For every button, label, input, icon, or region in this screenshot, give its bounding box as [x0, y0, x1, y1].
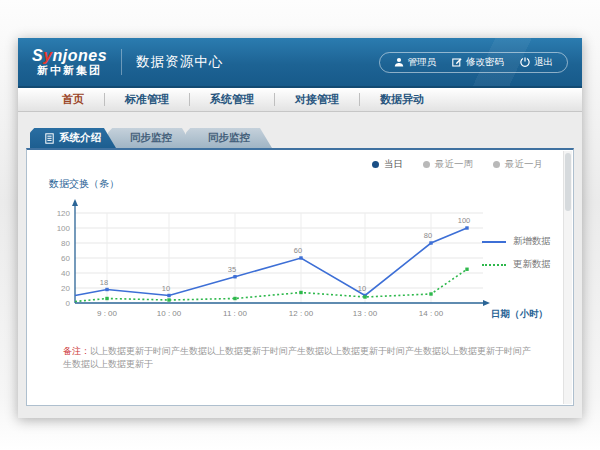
user-icon [394, 57, 404, 67]
user-menu: 管理员 修改密码 退出 [379, 52, 569, 73]
svg-text:100: 100 [57, 224, 71, 233]
svg-text:10 : 00: 10 : 00 [157, 309, 182, 318]
svg-text:14 : 00: 14 : 00 [419, 309, 444, 318]
user-menu-label: 退出 [534, 56, 553, 69]
user-menu-label: 修改密码 [466, 56, 504, 69]
svg-text:35: 35 [228, 265, 236, 274]
footnote: 备注：以上数据更新于时间产生数据以上数据更新于时间产生数据以上数据更新于时间产生… [27, 345, 573, 370]
tab-bar: 系统介绍 同步监控 同步监控 [30, 128, 578, 148]
app-window: Synjones 新中新集团 数据资源中心 管理员 修改密码 [18, 38, 582, 418]
svg-text:9 : 00: 9 : 00 [97, 309, 118, 318]
user-menu-logout[interactable]: 退出 [520, 56, 553, 69]
nav-item-system-mgmt[interactable]: 系统管理 [190, 92, 274, 107]
green-dotted-swatch-icon [482, 264, 506, 266]
nav-item-data-change[interactable]: 数据异动 [360, 92, 444, 107]
tab-label: 系统介绍 [59, 131, 101, 145]
svg-text:20: 20 [61, 284, 70, 293]
legend-label: 新增数据 [513, 235, 551, 248]
footnote-label: 备注： [63, 346, 90, 356]
svg-text:13 : 00: 13 : 00 [353, 309, 378, 318]
logo-accent: y [43, 47, 52, 64]
time-range-filter: 当日 最近一周 最近一月 [27, 150, 573, 171]
tab-sync-monitor-2[interactable]: 同步监控 [186, 128, 272, 148]
user-menu-admin[interactable]: 管理员 [394, 56, 437, 69]
nav-item-standard-mgmt[interactable]: 标准管理 [105, 92, 189, 107]
legend-updated-data: 更新数据 [482, 258, 551, 271]
nav-item-home[interactable]: 首页 [42, 92, 104, 107]
svg-text:60: 60 [61, 254, 70, 263]
radio-label: 最近一周 [435, 158, 473, 171]
svg-text:60: 60 [294, 246, 302, 255]
user-menu-change-password[interactable]: 修改密码 [452, 56, 504, 69]
svg-text:80: 80 [61, 239, 70, 248]
radio-today[interactable]: 当日 [372, 158, 403, 171]
tab-label: 同步监控 [130, 131, 172, 145]
edit-icon [452, 57, 462, 67]
svg-text:10: 10 [162, 284, 170, 293]
main-nav: 首页 标准管理 系统管理 对接管理 数据异动 [18, 88, 582, 112]
content-area: 系统介绍 同步监控 同步监控 当日 [18, 112, 582, 406]
svg-text:18: 18 [100, 278, 108, 287]
svg-text:0: 0 [66, 299, 71, 308]
desktop-background: Synjones 新中新集团 数据资源中心 管理员 修改密码 [0, 0, 600, 450]
radio-last-month[interactable]: 最近一月 [493, 158, 543, 171]
svg-text:120: 120 [57, 209, 71, 218]
header-divider [121, 49, 122, 75]
chart-panel: 当日 最近一周 最近一月 数据交换（条） 0204060801001209 : … [26, 148, 574, 406]
svg-text:11 : 00: 11 : 00 [223, 309, 247, 318]
radio-dot-icon [372, 161, 379, 168]
brand-logo-text: Synjones [32, 48, 107, 65]
svg-text:10: 10 [358, 284, 366, 293]
legend-label: 更新数据 [513, 258, 551, 271]
tab-sync-monitor-1[interactable]: 同步监控 [108, 128, 194, 148]
brand-logo: Synjones 新中新集团 [32, 48, 107, 76]
nav-item-interface-mgmt[interactable]: 对接管理 [275, 92, 359, 107]
app-header: Synjones 新中新集团 数据资源中心 管理员 修改密码 [18, 38, 582, 88]
y-axis-title: 数据交换（条） [49, 177, 573, 191]
radio-label: 最近一月 [505, 158, 543, 171]
svg-text:100: 100 [458, 216, 471, 225]
legend-new-data: 新增数据 [482, 235, 551, 248]
power-icon [520, 57, 530, 67]
svg-text:12 : 00: 12 : 00 [289, 309, 314, 318]
blue-line-swatch-icon [482, 241, 506, 243]
radio-dot-icon [493, 161, 500, 168]
svg-text:40: 40 [61, 269, 70, 278]
radio-label: 当日 [384, 158, 403, 171]
radio-last-week[interactable]: 最近一周 [423, 158, 473, 171]
page-title: 数据资源中心 [136, 53, 223, 71]
tab-label: 同步监控 [208, 131, 250, 145]
document-icon [45, 133, 54, 144]
svg-text:日期（小时）: 日期（小时） [491, 308, 548, 320]
line-chart: 数据交换（条） 0204060801001209 : 0010 : 0011 :… [27, 177, 573, 333]
svg-text:80: 80 [424, 231, 432, 240]
user-menu-label: 管理员 [408, 56, 437, 69]
chart-legend: 新增数据 更新数据 [482, 235, 551, 271]
footnote-text: 以上数据更新于时间产生数据以上数据更新于时间产生数据以上数据更新于时间产生数据以… [63, 346, 531, 369]
radio-dot-icon [423, 161, 430, 168]
brand-logo-cn: 新中新集团 [32, 65, 107, 77]
tab-system-intro[interactable]: 系统介绍 [30, 128, 116, 148]
